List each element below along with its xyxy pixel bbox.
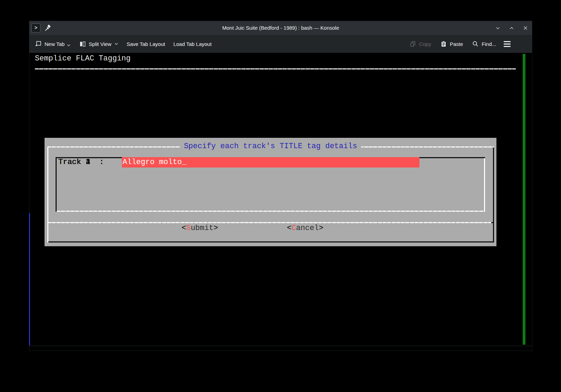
window-title: Mont Juic Suite (Bedford - 1989) : bash …: [29, 21, 532, 35]
screen: > Mont Juic Suite (Bedford - 1989) : bas…: [0, 0, 561, 392]
dialog-border-left: [47, 146, 48, 242]
maximize-icon[interactable]: [509, 25, 515, 31]
new-tab-icon: [35, 40, 42, 47]
cancel-button[interactable]: <Cancel>: [287, 223, 323, 233]
copy-button[interactable]: Copy: [409, 40, 431, 47]
form-box: Track 1 : Andante maestoso Track 2 : All…: [56, 157, 485, 212]
hamburger-menu-icon[interactable]: [504, 41, 511, 47]
split-view-button[interactable]: Split View: [79, 40, 118, 47]
track4-title-input[interactable]: Allegro molto_: [122, 157, 419, 168]
terminal-scrollbar[interactable]: [523, 54, 525, 345]
close-icon[interactable]: [522, 25, 529, 31]
toolbar: New Tab Split View Save Tab Layout L: [29, 35, 532, 53]
window-controls: [495, 21, 529, 35]
konsole-window: > Mont Juic Suite (Bedford - 1989) : bas…: [29, 21, 532, 351]
paste-button[interactable]: Paste: [440, 40, 463, 47]
window-edge-accent: [29, 213, 30, 345]
dialog-title: Specify each track's TITLE tag details: [180, 141, 361, 152]
paste-icon: [440, 40, 447, 47]
form-border-bottom: [57, 211, 484, 212]
button-separator: [47, 222, 491, 223]
minimize-icon[interactable]: [495, 25, 501, 31]
form-row: Track 4 : Allegro molto_: [56, 157, 485, 168]
terminal-heading: Semplice FLAC Tagging: [35, 54, 130, 64]
new-tab-menu-caret-icon[interactable]: [67, 44, 71, 47]
dialog-border-bottom: [48, 241, 494, 242]
save-tab-layout-button[interactable]: Save Tab Layout: [127, 41, 165, 47]
find-button[interactable]: Find...: [472, 40, 496, 47]
split-view-caret-icon: [114, 42, 118, 45]
terminal-rule: [35, 68, 516, 69]
submit-button[interactable]: <Submit>: [182, 223, 218, 233]
toolbar-right: Copy Paste Find...: [400, 40, 511, 47]
load-tab-layout-button[interactable]: Load Tab Layout: [173, 41, 212, 47]
copy-icon: [409, 40, 416, 47]
dialog-border-right: [493, 147, 494, 242]
search-icon: [472, 40, 479, 47]
new-tab-button[interactable]: New Tab: [35, 40, 71, 47]
button-separator-end: [491, 222, 494, 223]
titlebar[interactable]: > Mont Juic Suite (Bedford - 1989) : bas…: [29, 21, 532, 35]
terminal-bottom-edge: [29, 346, 532, 346]
tui-dialog: Specify each track's TITLE tag details T…: [45, 138, 496, 246]
terminal-view[interactable]: Semplice FLAC Tagging Specify each track…: [29, 53, 532, 351]
split-view-icon: [79, 40, 86, 47]
field-label: Track 4 :: [58, 157, 104, 168]
